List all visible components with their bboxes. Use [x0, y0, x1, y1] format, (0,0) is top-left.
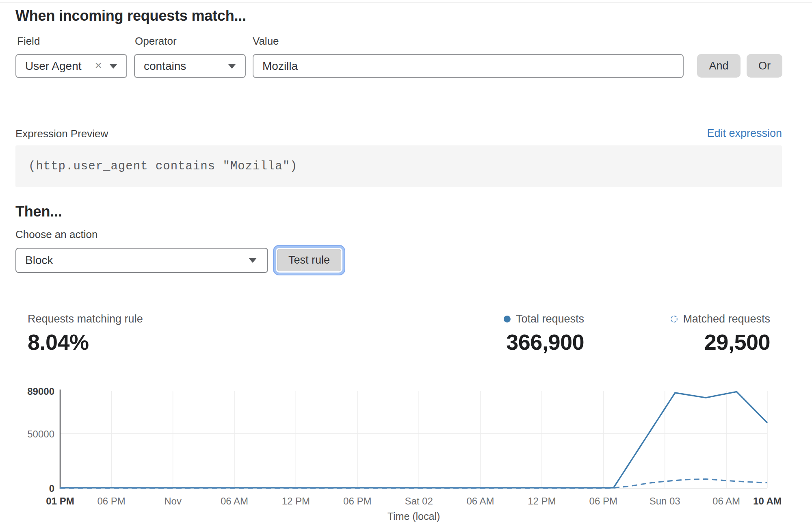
value-input-wrap — [253, 54, 684, 78]
operator-label: Operator — [135, 35, 177, 48]
x-tick-label: 06 AM — [466, 496, 494, 507]
chevron-down-icon — [109, 64, 117, 69]
field-select[interactable]: User Agent × — [15, 54, 127, 78]
chevron-down-icon — [249, 258, 257, 263]
x-tick-label: 12 PM — [528, 496, 556, 507]
x-tick-label: Sat 02 — [405, 496, 433, 507]
total-requests-stat: Total requests 366,900 — [504, 313, 584, 355]
x-tick-label: 06 AM — [221, 496, 248, 507]
test-rule-button[interactable]: Test rule — [277, 249, 341, 271]
value-label: Value — [253, 35, 279, 48]
x-tick-label: 10 AM — [753, 496, 782, 507]
or-button[interactable]: Or — [747, 54, 782, 78]
x-tick-label: Sun 03 — [650, 496, 680, 507]
x-tick-label: 06 AM — [712, 496, 740, 507]
choose-action-label: Choose an action — [15, 228, 97, 241]
series-line-dashed — [60, 479, 767, 488]
y-tick-label: 0 — [49, 483, 54, 494]
expression-preview-label: Expression Preview — [15, 128, 108, 140]
x-tick-label: 12 PM — [282, 496, 310, 507]
then-heading: Then... — [15, 203, 62, 220]
total-requests-dot-icon — [504, 316, 511, 323]
firewall-rule-builder: When incoming requests match... Field Op… — [0, 0, 812, 526]
x-tick-label: 06 PM — [343, 496, 371, 507]
expression-code: (http.user_agent contains "Mozilla") — [15, 160, 298, 173]
edit-expression-link[interactable]: Edit expression — [707, 127, 782, 140]
action-select-value: Block — [16, 254, 249, 267]
x-tick-label: 06 PM — [97, 496, 125, 507]
y-tick-label: 50000 — [27, 429, 54, 439]
total-requests-label: Total requests — [516, 313, 584, 325]
chevron-down-icon — [228, 64, 236, 69]
clear-field-icon[interactable]: × — [95, 59, 109, 73]
matching-rule-stat: Requests matching rule 8.04% — [28, 313, 143, 355]
value-input[interactable] — [253, 54, 684, 78]
matched-requests-stat: Matched requests 29,500 — [671, 313, 770, 355]
top-divider — [0, 2, 812, 3]
matched-requests-dashed-circle-icon — [671, 316, 678, 323]
operator-select[interactable]: contains — [134, 54, 246, 78]
x-tick-label: Nov — [164, 496, 182, 507]
operator-select-value: contains — [135, 60, 228, 73]
field-select-value: User Agent — [16, 60, 95, 73]
matched-requests-label: Matched requests — [683, 313, 770, 325]
and-button[interactable]: And — [697, 54, 741, 78]
matching-rule-label: Requests matching rule — [28, 313, 143, 325]
total-requests-value: 366,900 — [506, 329, 584, 355]
match-heading: When incoming requests match... — [15, 7, 246, 24]
x-axis-title: Time (local) — [388, 511, 440, 522]
matching-rule-value: 8.04% — [28, 329, 143, 355]
expression-code-block: (http.user_agent contains "Mozilla") — [15, 145, 782, 187]
field-label: Field — [17, 35, 40, 48]
x-tick-label: 06 PM — [589, 496, 617, 507]
traffic-chart: 0500008900001 PM06 PMNov06 AM12 PM06 PMS… — [0, 378, 812, 526]
matched-requests-value: 29,500 — [704, 329, 770, 355]
y-tick-label: 89000 — [27, 386, 54, 397]
action-select[interactable]: Block — [15, 248, 268, 273]
x-tick-label: 01 PM — [46, 496, 74, 507]
series-line-solid — [60, 392, 767, 488]
